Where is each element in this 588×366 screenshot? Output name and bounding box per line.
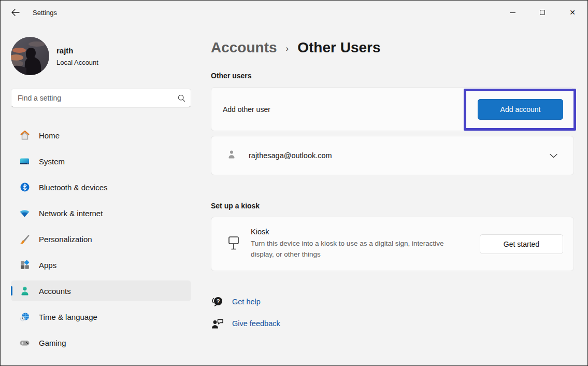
give-feedback-link[interactable]: Give feedback (232, 319, 280, 328)
breadcrumb-accounts[interactable]: Accounts (211, 39, 277, 56)
account-email: rajthesaga@outlook.com (249, 151, 550, 160)
search-icon (178, 94, 185, 102)
page-title: Other Users (297, 39, 380, 56)
kiosk-header: Set up a kiosk (211, 202, 574, 210)
feedback-icon (211, 317, 224, 330)
help-links: ? Get help Give feedback (211, 295, 574, 330)
get-started-button[interactable]: Get started (480, 234, 563, 254)
system-icon (19, 156, 30, 167)
sidebar-item-time-language[interactable]: Time & language (11, 306, 191, 327)
sidebar-item-label: Apps (39, 261, 56, 270)
apps-icon (19, 260, 30, 271)
minimize-button[interactable] (497, 1, 527, 24)
account-row[interactable]: rajthesaga@outlook.com (211, 136, 574, 175)
breadcrumb-chevron-icon: › (286, 44, 289, 54)
kiosk-description: Turn this device into a kiosk to use as … (251, 238, 463, 260)
give-feedback-row: Give feedback (211, 317, 574, 330)
chevron-down-icon[interactable] (550, 151, 558, 160)
sidebar-item-label: Time & language (39, 313, 97, 321)
titlebar: Settings ✕ (1, 1, 587, 24)
search-input[interactable] (18, 94, 178, 102)
add-other-user-label: Add other user (223, 105, 270, 114)
sidebar-item-network-internet[interactable]: Network & internet (11, 203, 191, 223)
accounts-icon (19, 286, 30, 297)
add-account-button[interactable]: Add account (478, 99, 563, 120)
kiosk-text: Kiosk Turn this device into a kiosk to u… (251, 228, 480, 260)
add-other-user-card: Add other user Add account (211, 87, 574, 131)
sidebar-item-label: Accounts (39, 287, 71, 295)
settings-window: Settings ✕ (0, 0, 588, 366)
window-title: Settings (33, 9, 57, 17)
kiosk-title: Kiosk (251, 228, 480, 236)
maximize-button[interactable] (527, 1, 557, 24)
sidebar-nav: Home System (11, 125, 191, 353)
maximize-icon (540, 10, 545, 15)
get-help-link[interactable]: Get help (232, 298, 261, 306)
sidebar-item-label: System (39, 157, 65, 166)
search-box[interactable] (11, 89, 191, 107)
svg-text:?: ? (217, 298, 220, 304)
avatar-image (11, 37, 49, 75)
sidebar-item-label: Personalization (39, 235, 92, 244)
sidebar-item-label: Gaming (39, 339, 66, 347)
main-panel: Accounts › Other Users Other users Add o… (203, 24, 588, 365)
avatar (11, 37, 49, 75)
close-button[interactable]: ✕ (557, 1, 587, 24)
sidebar-item-home[interactable]: Home (11, 125, 191, 146)
sidebar-item-bluetooth-devices[interactable]: Bluetooth & devices (11, 177, 191, 198)
kiosk-card: Kiosk Turn this device into a kiosk to u… (211, 217, 574, 271)
sidebar-item-personalization[interactable]: Personalization (11, 229, 191, 249)
kiosk-icon (227, 235, 240, 253)
minimize-icon (510, 12, 515, 13)
sidebar-item-label: Home (39, 131, 60, 140)
home-icon (19, 130, 30, 141)
gaming-icon (19, 337, 30, 348)
user-name: rajth (56, 46, 98, 55)
content-area: rajth Local Account (1, 24, 587, 365)
window-controls: ✕ (497, 1, 587, 24)
back-arrow-icon (11, 9, 20, 16)
user-account-type: Local Account (56, 59, 98, 66)
breadcrumb: Accounts › Other Users (211, 39, 574, 56)
sidebar: rajth Local Account (1, 24, 203, 365)
network-icon (19, 208, 30, 219)
bluetooth-icon (19, 182, 30, 193)
personalization-icon (19, 234, 30, 245)
sidebar-item-gaming[interactable]: Gaming (11, 332, 191, 353)
sidebar-item-accounts[interactable]: Accounts (11, 280, 191, 301)
sidebar-item-apps[interactable]: Apps (11, 255, 191, 275)
close-icon: ✕ (569, 9, 576, 16)
user-profile[interactable]: rajth Local Account (11, 37, 191, 75)
person-icon (226, 149, 237, 162)
help-icon: ? (211, 295, 224, 307)
sidebar-item-label: Network & internet (39, 209, 103, 218)
sidebar-item-label: Bluetooth & devices (39, 183, 108, 192)
get-help-row: ? Get help (211, 295, 574, 307)
user-meta: rajth Local Account (56, 46, 98, 66)
back-button[interactable] (5, 3, 25, 22)
other-users-header: Other users (211, 72, 574, 80)
sidebar-item-system[interactable]: System (11, 151, 191, 172)
time-language-icon (19, 312, 30, 322)
